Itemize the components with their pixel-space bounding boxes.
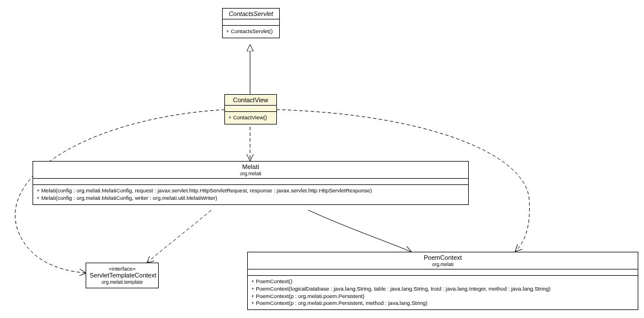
class-package: org.melati.template <box>90 279 155 285</box>
operation: + Melati(config : org.melati.MelatiConfi… <box>37 187 465 195</box>
class-name: ServletTemplateContext <box>90 272 156 279</box>
class-package: org.melati <box>251 261 634 267</box>
class-contacts-servlet[interactable]: ContactsServlet + ContactsServlet() <box>222 8 280 38</box>
class-operations: + ContactView() <box>225 112 276 124</box>
class-operations: + ContactsServlet() <box>223 26 279 38</box>
class-contact-view[interactable]: ContactView + ContactView() <box>224 94 277 124</box>
operation: + PoemContext(p : org.melati.poem.Persis… <box>251 293 634 300</box>
class-attrs <box>248 269 638 276</box>
operation: + Melati(config : org.melati.MelatiConfi… <box>37 195 465 202</box>
class-name: ContactView <box>225 95 276 106</box>
operation: + PoemContext(p : org.melati.poem.Persis… <box>251 300 634 307</box>
operation: + PoemContext() <box>251 278 634 285</box>
operation: + PoemContext(logicalDatabase : java.lan… <box>251 285 634 293</box>
class-header: «interface» ServletTemplateContext org.m… <box>86 263 158 288</box>
operation: + ContactView() <box>228 114 273 122</box>
operation: + ContactsServlet() <box>226 28 276 35</box>
class-header: Melati org.melati <box>33 162 468 179</box>
class-poem-context[interactable]: PoemContext org.melati + PoemContext() +… <box>247 252 638 310</box>
stereotype: «interface» <box>90 265 155 272</box>
class-melati[interactable]: Melati org.melati + Melati(config : org.… <box>33 161 469 205</box>
class-header: PoemContext org.melati <box>248 252 638 269</box>
class-name: PoemContext <box>424 254 462 261</box>
class-servlet-template-context[interactable]: «interface» ServletTemplateContext org.m… <box>86 263 159 288</box>
class-package: org.melati <box>37 171 465 176</box>
class-name: Melati <box>242 163 259 170</box>
class-attrs <box>225 106 276 112</box>
class-name: ContactsServlet <box>223 9 279 19</box>
class-attrs <box>223 19 279 26</box>
class-operations: + PoemContext() + PoemContext(logicalDat… <box>248 276 638 309</box>
class-attrs <box>33 179 468 185</box>
class-operations: + Melati(config : org.melati.MelatiConfi… <box>33 185 468 204</box>
